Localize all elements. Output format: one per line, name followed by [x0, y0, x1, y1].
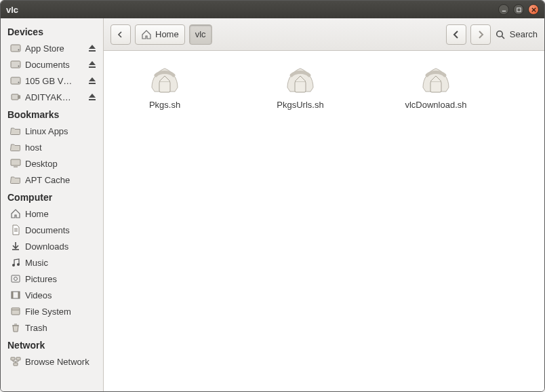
- network-heading: Network: [1, 336, 103, 353]
- sidebar-item-label: Music: [25, 258, 48, 268]
- sidebar-item-label: APT Cache: [25, 175, 70, 185]
- sidebar-device-documents[interactable]: Documents: [1, 56, 103, 73]
- sidebar-item-label: Pictures: [25, 274, 57, 284]
- sidebar-item-label: App Store: [25, 43, 64, 54]
- sidebar-computer-home[interactable]: Home: [1, 205, 103, 222]
- file-item[interactable]: Pkgs.sh: [124, 64, 205, 110]
- file-grid: Pkgs.sh PkgsUrls.sh vlcDownload.sh: [124, 64, 524, 110]
- drive-icon: [10, 75, 21, 86]
- sidebar-computer-filesystem[interactable]: File System: [1, 303, 103, 319]
- toolbar: Home vlc Search: [104, 18, 544, 51]
- sidebar-bookmark-desktop[interactable]: Desktop: [1, 155, 103, 172]
- sidebar-item-label: 105 GB V…: [25, 76, 72, 86]
- sidebar-computer-downloads[interactable]: Downloads: [1, 238, 103, 254]
- sidebar-device-105gb[interactable]: 105 GB V…: [1, 73, 103, 89]
- chevron-left-icon: [115, 29, 126, 40]
- sidebar-computer-documents[interactable]: Documents: [1, 222, 103, 238]
- nav-back-button[interactable]: [446, 24, 466, 45]
- search-icon: [495, 29, 506, 40]
- usb-drive-icon: [10, 92, 21, 102]
- folder-icon: [10, 125, 21, 136]
- devices-heading: Devices: [1, 22, 103, 40]
- documents-icon: [10, 224, 21, 235]
- minimize-button[interactable]: [498, 4, 509, 15]
- breadcrumb-home[interactable]: Home: [135, 24, 185, 45]
- folder-icon: [10, 142, 21, 153]
- shell-script-icon: [283, 64, 317, 96]
- eject-icon[interactable]: [87, 59, 98, 70]
- music-icon: [10, 257, 21, 268]
- sidebar-bookmark-host[interactable]: host: [1, 139, 103, 155]
- main-area: Home vlc Search Pkgs.sh PkgsUrls.sh vlcD…: [104, 18, 544, 391]
- file-name: vlcDownload.sh: [405, 100, 466, 110]
- sidebar-bookmark-apt-cache[interactable]: APT Cache: [1, 172, 103, 188]
- filesystem-icon: [10, 306, 21, 317]
- sidebar-network-browse[interactable]: Browse Network: [1, 353, 103, 370]
- sidebar-item-label: Home: [25, 209, 49, 219]
- sidebar-bookmark-linux-apps[interactable]: Linux Apps: [1, 123, 103, 139]
- sidebar-item-label: Desktop: [25, 159, 58, 169]
- sidebar-item-label: Trash: [25, 323, 47, 333]
- search-label: Search: [510, 29, 538, 39]
- home-icon: [141, 29, 152, 40]
- desktop-icon: [10, 158, 21, 169]
- shell-script-icon: [148, 64, 182, 96]
- trash-icon: [10, 322, 21, 333]
- sidebar-computer-videos[interactable]: Videos: [1, 287, 103, 303]
- nav-forward-button[interactable]: [470, 24, 491, 45]
- sidebar-item-label: Linux Apps: [25, 126, 68, 136]
- drive-icon: [10, 43, 21, 54]
- shell-script-icon: [419, 64, 453, 96]
- eject-icon[interactable]: [87, 75, 98, 86]
- svg-rect-21: [517, 7, 520, 11]
- sidebar-computer-pictures[interactable]: Pictures: [1, 271, 103, 287]
- sidebar-item-label: ADITYAK…: [25, 92, 71, 102]
- search-button[interactable]: Search: [495, 29, 538, 40]
- sidebar-item-label: Downloads: [25, 241, 68, 252]
- close-button[interactable]: [528, 4, 539, 15]
- sidebar-computer-trash[interactable]: Trash: [1, 319, 103, 336]
- sidebar-computer-music[interactable]: Music: [1, 254, 103, 271]
- file-view[interactable]: Pkgs.sh PkgsUrls.sh vlcDownload.sh: [104, 51, 544, 391]
- sidebar-item-label: Documents: [25, 60, 70, 70]
- places-sidebar: Devices App Store Documents 105 GB V… AD…: [1, 18, 104, 391]
- pictures-icon: [10, 273, 21, 284]
- maximize-button[interactable]: [513, 4, 524, 15]
- file-name: PkgsUrls.sh: [277, 100, 323, 110]
- file-manager-window: vlc Devices App Store Documents 105 GB V…: [0, 0, 545, 392]
- file-name: Pkgs.sh: [149, 100, 180, 110]
- sidebar-item-label: File System: [25, 307, 71, 317]
- folder-icon: [10, 174, 21, 185]
- titlebar[interactable]: vlc: [1, 1, 544, 18]
- drive-icon: [10, 59, 21, 70]
- file-item[interactable]: PkgsUrls.sh: [260, 64, 341, 110]
- videos-icon: [10, 290, 21, 300]
- breadcrumb-current[interactable]: vlc: [189, 24, 212, 45]
- sidebar-item-label: Browse Network: [25, 357, 89, 367]
- sidebar-item-label: Videos: [25, 290, 52, 300]
- home-icon: [10, 208, 21, 219]
- sidebar-device-app-store[interactable]: App Store: [1, 40, 103, 56]
- network-icon: [10, 356, 21, 367]
- window-title: vlc: [6, 5, 18, 15]
- sidebar-item-label: host: [25, 142, 42, 153]
- downloads-icon: [10, 241, 21, 252]
- bookmarks-heading: Bookmarks: [1, 105, 103, 123]
- window-controls: [498, 4, 539, 15]
- sidebar-item-label: Documents: [25, 225, 70, 235]
- arrow-right-icon: [475, 29, 486, 40]
- breadcrumb-label: Home: [155, 29, 179, 39]
- sidebar-device-adityak[interactable]: ADITYAK…: [1, 89, 103, 105]
- eject-icon[interactable]: [87, 43, 98, 54]
- computer-heading: Computer: [1, 188, 103, 205]
- breadcrumb-label: vlc: [195, 29, 206, 39]
- window-body: Devices App Store Documents 105 GB V… AD…: [1, 18, 544, 391]
- eject-icon[interactable]: [87, 92, 98, 102]
- path-back-button[interactable]: [110, 24, 131, 45]
- arrow-left-icon: [451, 29, 462, 40]
- file-item[interactable]: vlcDownload.sh: [395, 64, 477, 110]
